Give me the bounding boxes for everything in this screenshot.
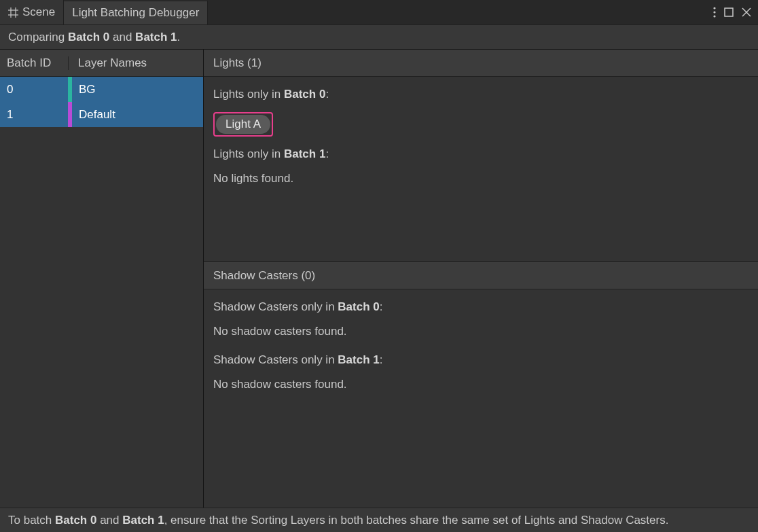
tab-scene[interactable]: Scene (0, 0, 64, 24)
details-panel: Lights (1) Lights only in Batch 0: Light… (204, 50, 758, 508)
shadow-casters-body: Shadow Casters only in Batch 0: No shado… (204, 289, 758, 416)
text-bold: Batch 0 (338, 300, 379, 313)
compare-batch0: Batch 0 (68, 31, 109, 43)
grid-icon (8, 7, 18, 18)
text-bold: Batch 1 (122, 514, 164, 527)
lights-only-batch1-label: Lights only in Batch 1: (213, 147, 748, 161)
text: , ensure that the Sorting Layers in both… (164, 514, 669, 527)
text: : (380, 353, 383, 366)
text: To batch (8, 514, 55, 527)
footer-hint: To batch Batch 0 and Batch 1, ensure tha… (0, 508, 758, 532)
text-bold: Batch 0 (55, 514, 96, 527)
lights-body: Lights only in Batch 0: Light A Lights o… (204, 77, 758, 210)
header-batch-id: Batch ID (7, 56, 68, 70)
text: and (96, 514, 122, 527)
text-bold: Batch 0 (284, 88, 325, 101)
text: Lights only in (213, 88, 284, 101)
batch-layer-cell: Default (72, 102, 203, 127)
tab-debugger[interactable]: Light Batching Debugger (64, 0, 208, 24)
batch-id-cell: 1 (0, 102, 68, 127)
batch-id-cell: 0 (0, 77, 68, 102)
svg-rect-7 (725, 8, 733, 16)
batch-list: 0 BG 1 Default (0, 77, 203, 508)
window-controls (706, 0, 758, 24)
lights-header: Lights (1) (204, 50, 758, 77)
tab-bar: Scene Light Batching Debugger (0, 0, 758, 24)
text: Lights only in (213, 147, 284, 160)
batch-list-panel: Batch ID Layer Names 0 BG 1 Default (0, 50, 204, 508)
shadows-none-batch1: No shadow casters found. (213, 378, 748, 391)
text: Shadow Casters only in (213, 353, 338, 366)
tab-scene-label: Scene (22, 5, 55, 19)
kebab-icon[interactable] (713, 7, 716, 18)
shadows-none-batch0: No shadow casters found. (213, 325, 748, 338)
shadows-only-batch1-label: Shadow Casters only in Batch 1: (213, 353, 748, 367)
text: Shadow Casters only in (213, 300, 338, 313)
svg-point-5 (713, 11, 715, 13)
svg-point-6 (713, 15, 715, 17)
batch-layer-cell: BG (72, 77, 203, 102)
shadow-casters-section: Shadow Casters (0) Shadow Casters only i… (204, 262, 758, 508)
text: : (325, 147, 329, 160)
text: : (325, 88, 329, 101)
batch-row[interactable]: 0 BG (0, 77, 203, 102)
header-layer-names: Layer Names (78, 56, 147, 70)
lights-only-batch0-label: Lights only in Batch 0: (213, 88, 748, 101)
compare-status: Comparing Batch 0 and Batch 1. (0, 24, 758, 50)
compare-batch1: Batch 1 (135, 31, 177, 43)
footer-text: To batch Batch 0 and Batch 1, ensure tha… (8, 514, 668, 527)
compare-text: Comparing Batch 0 and Batch 1. (8, 31, 180, 44)
shadow-casters-header: Shadow Casters (0) (204, 262, 758, 289)
shadows-only-batch0-label: Shadow Casters only in Batch 0: (213, 300, 748, 314)
compare-prefix: Comparing (8, 31, 68, 43)
text: : (380, 300, 383, 313)
header-divider (68, 56, 69, 70)
light-chip-highlight: Light A (213, 112, 273, 137)
compare-mid: and (109, 31, 135, 43)
text-bold: Batch 1 (338, 353, 379, 366)
lights-section: Lights (1) Lights only in Batch 0: Light… (204, 50, 758, 262)
lights-none-batch1: No lights found. (213, 172, 748, 185)
batch-row[interactable]: 1 Default (0, 102, 203, 127)
text-bold: Batch 1 (284, 147, 325, 160)
compare-suffix: . (177, 31, 181, 43)
main-split: Batch ID Layer Names 0 BG 1 Default Ligh… (0, 50, 758, 508)
batch-list-header: Batch ID Layer Names (0, 50, 203, 77)
svg-point-4 (713, 7, 715, 9)
light-chip[interactable]: Light A (216, 115, 270, 134)
tab-debugger-label: Light Batching Debugger (72, 6, 199, 20)
close-icon[interactable] (742, 7, 751, 17)
maximize-icon[interactable] (724, 7, 734, 17)
